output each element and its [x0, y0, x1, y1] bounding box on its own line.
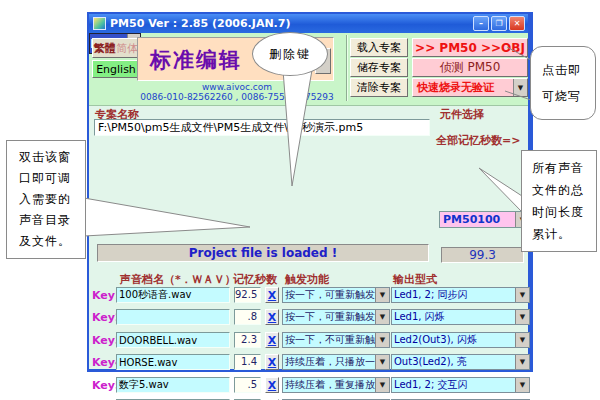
project-path-input[interactable] — [94, 119, 430, 136]
chevron-down-icon[interactable]: ▼ — [513, 79, 527, 96]
main-area: 专案名称 元件选择 PM50100 ▼ 全部记忆秒数=> Project fil… — [89, 106, 528, 369]
table-row: Key5 .5 X 持续压着，重复播放▼ Led1, 2; 交互闪▼ — [89, 377, 535, 394]
trigger-select[interactable]: 按一下，可重新触发▼ — [282, 309, 390, 325]
component-select[interactable]: PM50100 ▼ — [439, 211, 530, 228]
callout-double-click: 双击该窗口即可调入需要的声音目录及文件。 — [6, 140, 86, 259]
minimize-button[interactable]: – — [473, 16, 489, 31]
header-trigger: 触发功能 — [285, 272, 329, 287]
chevron-down-icon[interactable]: ▼ — [375, 355, 389, 369]
maximize-button[interactable]: ❐ — [491, 16, 507, 31]
delete-x-button[interactable]: X — [265, 309, 279, 325]
titlebar[interactable]: PM50 Ver : 2.85 (2006.JAN.7) – ❐ ✕ — [89, 14, 528, 33]
header-filename: 声音档名（*．ＷＡＶ） — [120, 272, 236, 287]
output-select[interactable]: Led1, 闪烁▼ — [391, 309, 530, 325]
callout-delete-key: 删除键 — [252, 32, 328, 76]
screenshot-stage: PM50 Ver : 2.85 (2006.JAN.7) – ❐ ✕ 繁體 简体… — [0, 0, 600, 400]
chevron-down-icon[interactable]: ▼ — [515, 355, 529, 369]
seconds-value: .8 — [234, 309, 261, 325]
filename-input[interactable] — [116, 332, 230, 348]
header-output: 输出型式 — [393, 272, 437, 287]
simplified-chinese-label: 简体 — [117, 41, 139, 56]
header-seconds: 记忆秒数 — [233, 272, 277, 287]
output-select[interactable]: Led2(Out3), 闪烁▼ — [391, 332, 530, 348]
callout-click-burn: 点击即可烧写 — [530, 46, 596, 120]
filename-input[interactable] — [116, 377, 230, 393]
trigger-select[interactable]: 按一下，不可重新触发▼ — [282, 332, 390, 348]
component-select-label: 元件选择 — [440, 107, 484, 122]
callout-total-time: 所有声音文件的总时间长度累计。 — [521, 150, 597, 252]
table-row: Key2 .8 X 按一下，可重新触发▼ Led1, 闪烁▼ — [89, 309, 535, 326]
toolbar-divider — [346, 35, 348, 101]
trigger-select[interactable]: 按一下，可重新触发▼ — [282, 287, 390, 303]
vendor-phone: 0086-010-82562260 , 0086-755-83775293 — [137, 92, 337, 102]
table-row: Key4 1.4 X 持续压着，只播放一次▼ Out3(Led2), 亮▼ — [89, 354, 535, 371]
chevron-down-icon[interactable]: ▼ — [375, 333, 389, 347]
save-project-button[interactable]: 储存专案 — [350, 58, 408, 77]
language-toggle-button[interactable]: 繁體 简体 — [92, 38, 140, 58]
output-select[interactable]: Led1, 2; 交互闪▼ — [391, 377, 530, 393]
chevron-down-icon[interactable]: ▼ — [515, 378, 529, 392]
trigger-select[interactable]: 持续压着，只播放一次▼ — [282, 354, 390, 370]
output-select[interactable]: Out3(Led2), 亮▼ — [391, 354, 530, 370]
seconds-value: .5 — [234, 377, 261, 393]
filename-input[interactable] — [116, 354, 230, 370]
window-title: PM50 Ver : 2.85 (2006.JAN.7) — [110, 17, 471, 30]
detect-pm50-button[interactable]: 侦测 PM50 — [412, 58, 528, 77]
seconds-value: 92.5 — [234, 287, 261, 303]
traditional-chinese-label: 繁體 — [94, 41, 116, 56]
edit-mode-title: 标准编辑 — [150, 46, 242, 74]
chevron-down-icon[interactable]: ▼ — [515, 310, 529, 324]
seconds-value: 1.4 — [234, 354, 261, 370]
chevron-down-icon[interactable]: ▼ — [375, 378, 389, 392]
delete-x-button[interactable]: X — [265, 287, 279, 303]
filename-input[interactable] — [116, 309, 230, 325]
trigger-select[interactable]: 持续压着，重复播放▼ — [282, 377, 390, 393]
load-project-button[interactable]: 载入专案 — [350, 38, 408, 57]
filename-input[interactable] — [116, 287, 230, 303]
delete-x-button[interactable]: X — [265, 332, 279, 348]
chevron-down-icon[interactable]: ▼ — [375, 310, 389, 324]
seconds-value: 2.3 — [234, 332, 261, 348]
delete-x-button[interactable]: X — [265, 354, 279, 370]
status-bar: Project file is loaded ! — [97, 244, 429, 262]
chevron-down-icon[interactable]: ▼ — [515, 288, 529, 302]
component-value: PM50100 — [440, 213, 515, 226]
output-select[interactable]: Led1, 2; 同步闪▼ — [391, 287, 530, 303]
fast-burn-select[interactable]: 快速烧录无验证 ▼ — [412, 78, 528, 97]
total-seconds-label: 全部记忆秒数=> — [436, 133, 520, 148]
close-button[interactable]: ✕ — [509, 16, 525, 31]
chevron-down-icon[interactable]: ▼ — [515, 333, 529, 347]
english-button[interactable]: English — [92, 60, 140, 78]
chevron-down-icon[interactable]: ▼ — [375, 288, 389, 302]
table-row: Key3 2.3 X 按一下，不可重新触发▼ Led2(Out3), 闪烁▼ — [89, 332, 535, 349]
total-seconds-value: 99.3 — [441, 247, 524, 263]
table-row: Key1 92.5 X 按一下，可重新触发▼ Led1, 2; 同步闪▼ — [89, 287, 535, 304]
app-icon — [93, 17, 106, 30]
delete-x-button[interactable]: X — [265, 377, 279, 393]
vendor-website: www.aivoc.com — [137, 82, 337, 92]
burn-pm50-obj-button[interactable]: >> PM50 >>OBJ — [412, 38, 528, 57]
vendor-contact: www.aivoc.com 0086-010-82562260 , 0086-7… — [137, 82, 337, 102]
fast-burn-label: 快速烧录无验证 — [417, 80, 513, 95]
clear-project-button[interactable]: 清除专案 — [350, 78, 408, 97]
